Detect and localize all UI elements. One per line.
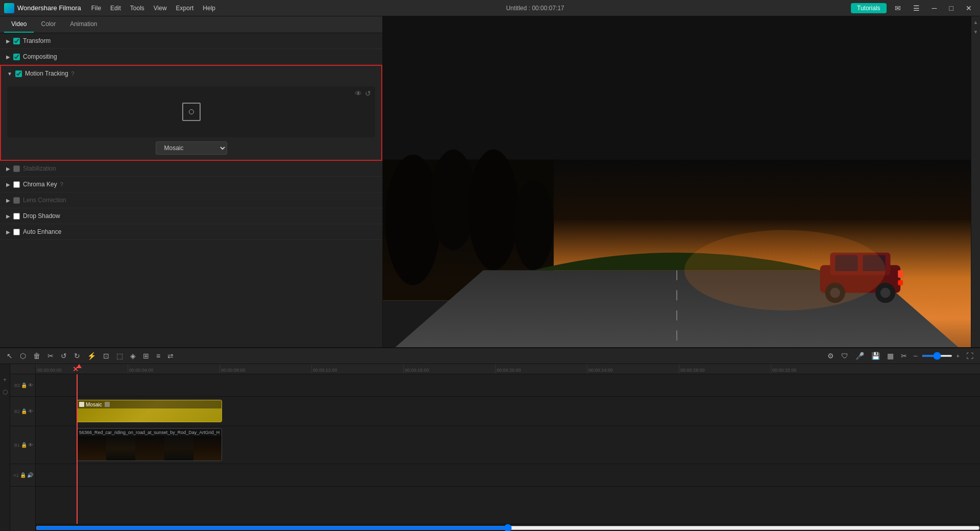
settings-button[interactable]: ☰ bbox=[909, 3, 924, 13]
speed-tool[interactable]: ⚡ bbox=[85, 350, 99, 361]
lens-correction-checkbox bbox=[13, 197, 20, 204]
svg-rect-16 bbox=[898, 270, 903, 278]
chroma-key-chevron: ▶ bbox=[6, 182, 10, 187]
timeline-zoom-minus[interactable]: ─ bbox=[912, 353, 920, 359]
delete-tool[interactable]: 🗑 bbox=[31, 350, 43, 361]
audio-id: A1 bbox=[13, 473, 19, 478]
mosaic-effect-dropdown[interactable]: Mosaic Blur None bbox=[156, 141, 227, 155]
redo-tool[interactable]: ↻ bbox=[71, 350, 83, 361]
close-button[interactable]: ✕ bbox=[962, 3, 976, 13]
timeline-save[interactable]: 💾 bbox=[869, 350, 883, 361]
mosaic-clip[interactable]: Mosaic bbox=[77, 400, 222, 422]
stabilization-checkbox bbox=[13, 165, 20, 172]
motion-tracking-help-icon[interactable]: ? bbox=[71, 70, 75, 77]
timeline-mic[interactable]: 🎤 bbox=[853, 350, 867, 361]
maximize-button[interactable]: □ bbox=[945, 3, 958, 13]
menu-tools[interactable]: Tools bbox=[126, 3, 149, 13]
ruler-spacer bbox=[10, 364, 35, 374]
audio-speaker[interactable]: 🔊 bbox=[27, 472, 33, 478]
chroma-key-help-icon[interactable]: ? bbox=[60, 181, 63, 187]
timeline-zoom-plus[interactable]: + bbox=[954, 353, 962, 359]
timeline-left-icons: + ⬡ bbox=[0, 364, 10, 531]
menu-bar: File Edit Tools View Export Help bbox=[87, 3, 219, 13]
track1-eye[interactable]: 👁 bbox=[28, 442, 33, 448]
edge-expand-icon[interactable]: ▲ bbox=[972, 18, 979, 26]
auto-enhance-chevron: ▶ bbox=[6, 229, 10, 235]
drop-shadow-header[interactable]: ▶ Drop Shadow bbox=[0, 208, 382, 224]
chroma-key-checkbox[interactable] bbox=[13, 181, 20, 188]
tab-video[interactable]: Video bbox=[4, 16, 34, 33]
auto-enhance-header[interactable]: ▶ Auto Enhance bbox=[0, 224, 382, 239]
motion-tracking-checkbox[interactable] bbox=[15, 70, 22, 77]
menu-file[interactable]: File bbox=[87, 3, 105, 13]
chroma-key-header[interactable]: ▶ Chroma Key ? bbox=[0, 177, 382, 192]
menu-export[interactable]: Export bbox=[172, 3, 198, 13]
ai-tool[interactable]: ◈ bbox=[128, 350, 138, 361]
track2-lock[interactable]: 🔒 bbox=[21, 408, 27, 414]
timeline-settings[interactable]: ⚙ bbox=[825, 350, 837, 361]
tracks-area: Mosaic 56366_Red_car_riding_on_road_at_s… bbox=[36, 374, 980, 524]
lens-correction-header[interactable]: ▶ Lens Correction bbox=[0, 192, 382, 208]
timeline-scroll[interactable] bbox=[36, 524, 980, 531]
audio-lock[interactable]: 🔒 bbox=[20, 472, 26, 478]
transform-label: Transform bbox=[23, 37, 51, 44]
transform-checkbox[interactable] bbox=[13, 38, 20, 44]
drop-shadow-checkbox[interactable] bbox=[13, 213, 20, 220]
timeline-zoom-slider[interactable] bbox=[922, 355, 952, 357]
transform-section: ▶ Transform bbox=[0, 33, 382, 49]
mosaic-clip-sub-icon bbox=[105, 402, 110, 407]
ruler-mark-7: 00:00:28:00 bbox=[679, 364, 705, 374]
chroma-key-label: Chroma Key bbox=[23, 181, 57, 188]
align-tool[interactable]: ≡ bbox=[154, 350, 163, 361]
tracking-canvas[interactable]: 👁 ↺ bbox=[7, 86, 375, 137]
menu-help[interactable]: Help bbox=[199, 3, 219, 13]
motion-tracking-label: Motion Tracking bbox=[25, 70, 68, 77]
compositing-checkbox[interactable] bbox=[13, 54, 20, 60]
drop-shadow-section: ▶ Drop Shadow bbox=[0, 208, 382, 224]
timeline-right-tools: ⚙ 🛡 🎤 💾 ▦ ✂ ─ + ⛶ bbox=[825, 350, 976, 361]
track3-eye[interactable]: 👁 bbox=[28, 382, 33, 388]
link-media-icon[interactable]: ⬡ bbox=[2, 387, 9, 398]
add-media-icon[interactable]: + bbox=[2, 374, 8, 385]
time-ruler[interactable]: 00:00:00:00 00:00:04:00 00:00:08:00 00:0… bbox=[36, 364, 980, 374]
video-clip[interactable]: 56366_Red_car_riding_on_road_at_sunset_b… bbox=[77, 428, 222, 461]
crop-tool[interactable]: ⊡ bbox=[101, 350, 112, 361]
cursor-tool[interactable]: ↖ bbox=[4, 350, 15, 361]
mask-tool[interactable]: ⬚ bbox=[114, 350, 126, 361]
timeline-layout[interactable]: ▦ bbox=[885, 350, 896, 361]
stabilization-header[interactable]: ▶ Stabilization bbox=[0, 161, 382, 176]
timeline-cut2[interactable]: ✂ bbox=[898, 350, 910, 361]
video-frame-5 bbox=[193, 436, 222, 461]
menu-edit[interactable]: Edit bbox=[106, 3, 125, 13]
edge-collapse-icon[interactable]: ▼ bbox=[972, 28, 979, 36]
drop-shadow-label: Drop Shadow bbox=[23, 212, 60, 220]
transform-header[interactable]: ▶ Transform bbox=[0, 33, 382, 49]
minimize-button[interactable]: ─ bbox=[928, 3, 941, 13]
track1-row: 56366_Red_car_riding_on_road_at_sunset_b… bbox=[36, 426, 980, 464]
compositing-header[interactable]: ▶ Compositing bbox=[0, 49, 382, 64]
h-scrollbar bbox=[36, 524, 980, 531]
svg-point-6 bbox=[513, 180, 554, 270]
track3-lock[interactable]: 🔒 bbox=[21, 382, 27, 388]
tutorials-button[interactable]: Tutorials bbox=[851, 3, 887, 13]
link-tool[interactable]: ⬡ bbox=[17, 350, 29, 361]
move-tool[interactable]: ⇄ bbox=[165, 350, 176, 361]
tracking-reset-icon[interactable]: ↺ bbox=[365, 89, 371, 98]
auto-enhance-checkbox[interactable] bbox=[13, 229, 20, 235]
timeline-expand[interactable]: ⛶ bbox=[964, 350, 976, 361]
track1-lock[interactable]: 🔒 bbox=[21, 442, 27, 448]
tracking-visibility-icon[interactable]: 👁 bbox=[355, 89, 362, 98]
split-tool[interactable]: ⊞ bbox=[140, 350, 152, 361]
timeline-shield[interactable]: 🛡 bbox=[839, 350, 851, 361]
track2-eye[interactable]: 👁 bbox=[28, 408, 33, 414]
cut-tool[interactable]: ✂ bbox=[45, 350, 56, 361]
motion-tracking-header[interactable]: ▼ Motion Tracking ? bbox=[1, 66, 381, 81]
tab-animation[interactable]: Animation bbox=[63, 16, 104, 33]
undo-tool[interactable]: ↺ bbox=[58, 350, 69, 361]
menu-view[interactable]: View bbox=[150, 3, 171, 13]
timeline-toolbar: ↖ ⬡ 🗑 ✂ ↺ ↻ ⚡ ⊡ ⬚ ◈ ⊞ ≡ ⇄ ⚙ 🛡 🎤 💾 ▦ ✂ ─ … bbox=[0, 348, 980, 364]
stabilization-label: Stabilization bbox=[23, 165, 56, 172]
tab-color[interactable]: Color bbox=[34, 16, 63, 33]
notification-button[interactable]: ✉ bbox=[891, 3, 905, 13]
timeline-content: 00:00:00:00 00:00:04:00 00:00:08:00 00:0… bbox=[36, 364, 980, 531]
